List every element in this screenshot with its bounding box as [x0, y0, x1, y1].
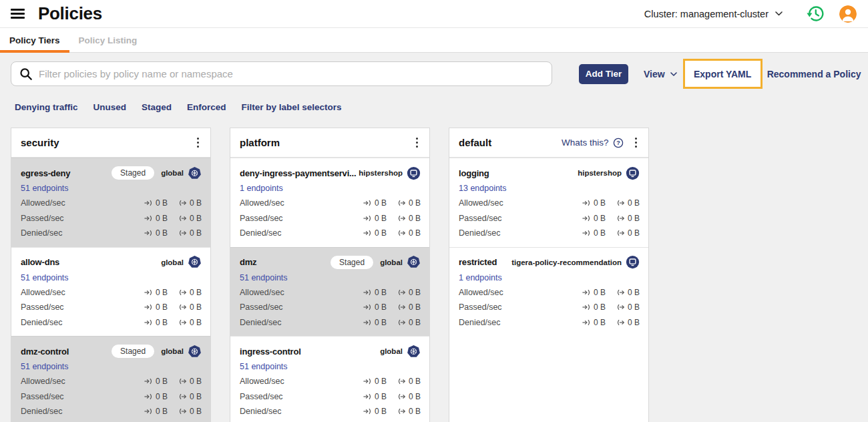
content: Add Tier View Export YAML Recommend a Po… — [0, 59, 868, 422]
policy-card[interactable]: egress-denyStagedglobal51 endpointsAllow… — [11, 158, 210, 247]
endpoints-link[interactable]: 51 endpoints — [21, 184, 202, 196]
egress-metric: 0 B — [397, 318, 421, 327]
tier-column-platform: platformdeny-ingress-paymentservi...hips… — [230, 128, 430, 422]
policy-name: egress-deny — [21, 168, 112, 178]
endpoints-link[interactable]: 51 endpoints — [240, 362, 421, 374]
policy-card-meta: hipstershop — [578, 166, 640, 180]
egress-value: 0 B — [190, 407, 202, 416]
quick-filter-denying-traffic[interactable]: Denying traffic — [15, 102, 78, 112]
policy-card[interactable]: allow-dnsglobal51 endpointsAllowed/sec0 … — [11, 247, 210, 337]
policy-card[interactable]: deny-ingress-paymentservi...hipstershop1… — [230, 158, 429, 247]
tier-menu-kebab-icon[interactable] — [414, 136, 420, 150]
tab-policy-tiers-label: Policy Tiers — [9, 35, 60, 45]
global-scope-icon — [188, 255, 202, 269]
egress-arrow-icon — [397, 319, 406, 326]
ingress-value: 0 B — [156, 214, 168, 223]
egress-value: 0 B — [409, 214, 421, 223]
quick-filter-filter-by-label-selectors[interactable]: Filter by label selectors — [242, 102, 342, 112]
policy-card-meta: global — [161, 255, 202, 269]
policy-card-meta: Stagedglobal — [112, 166, 202, 180]
metric-label: Passed/sec — [21, 302, 64, 312]
metric-values: 0 B0 B — [144, 228, 202, 238]
toolbar: Add Tier View Export YAML Recommend a Po… — [0, 59, 868, 89]
policy-card[interactable]: logginghipstershop13 endpointsAllowed/se… — [449, 158, 648, 247]
egress-value: 0 B — [409, 377, 421, 386]
metric-values: 0 B0 B — [363, 392, 421, 401]
tab-policy-listing[interactable]: Policy Listing — [69, 28, 147, 52]
endpoints-link[interactable]: 51 endpoints — [21, 273, 202, 285]
ingress-metric: 0 B — [144, 302, 168, 312]
staged-badge: Staged — [112, 345, 154, 358]
global-scope-icon — [407, 255, 421, 269]
egress-value: 0 B — [409, 228, 421, 238]
egress-value: 0 B — [628, 302, 640, 312]
add-tier-button[interactable]: Add Tier — [579, 64, 628, 84]
egress-value: 0 B — [628, 198, 640, 208]
ingress-metric: 0 B — [144, 392, 168, 401]
ingress-arrow-icon — [144, 393, 153, 400]
whats-this-link[interactable]: Whats this?? — [562, 138, 624, 148]
tier-menu-kebab-icon[interactable] — [633, 136, 639, 150]
metric-values: 0 B0 B — [144, 288, 202, 297]
ingress-value: 0 B — [375, 214, 387, 223]
metric-row-denied-sec: Denied/sec0 B0 B — [21, 226, 202, 241]
policy-card[interactable]: ingress-controlglobal51 endpointsAllowed… — [230, 336, 429, 422]
quick-filter-unused[interactable]: Unused — [93, 102, 127, 112]
metric-label: Passed/sec — [21, 214, 64, 223]
endpoints-link[interactable]: 1 endpoints — [459, 273, 640, 285]
ingress-arrow-icon — [363, 289, 372, 296]
metric-row-passed-sec: Passed/sec0 B0 B — [240, 389, 421, 405]
question-circle-icon: ? — [613, 138, 624, 148]
policy-card[interactable]: restrictedtigera-policy-recommendation1 … — [449, 247, 648, 337]
ingress-metric: 0 B — [363, 198, 387, 208]
ingress-arrow-icon — [144, 378, 153, 385]
metric-row-allowed-sec: Allowed/sec0 B0 B — [459, 285, 640, 300]
egress-metric: 0 B — [616, 214, 640, 223]
metric-row-denied-sec: Denied/sec0 B0 B — [240, 226, 421, 241]
ingress-value: 0 B — [375, 377, 387, 386]
policy-name: allow-dns — [21, 257, 161, 267]
egress-arrow-icon — [616, 230, 625, 236]
egress-arrow-icon — [397, 289, 406, 296]
quick-filter-staged[interactable]: Staged — [142, 102, 172, 112]
export-yaml-button[interactable]: Export YAML — [683, 59, 763, 89]
endpoints-link[interactable]: 1 endpoints — [240, 184, 421, 196]
history-icon[interactable] — [807, 5, 825, 23]
endpoints-link[interactable]: 13 endpoints — [459, 184, 640, 196]
hamburger-menu-icon[interactable] — [11, 9, 25, 19]
ingress-arrow-icon — [144, 230, 153, 236]
egress-value: 0 B — [409, 392, 421, 401]
metric-row-allowed-sec: Allowed/sec0 B0 B — [459, 196, 640, 211]
tier-menu-kebab-icon[interactable] — [195, 136, 201, 150]
endpoints-link[interactable]: 51 endpoints — [240, 273, 421, 285]
tier-name: default — [459, 137, 562, 148]
policy-card[interactable]: dmz-controlStagedglobal51 endpointsAllow… — [11, 336, 210, 422]
metric-values: 0 B0 B — [582, 318, 640, 327]
ingress-arrow-icon — [144, 289, 153, 296]
cluster-selector[interactable]: Cluster: management-cluster — [644, 9, 783, 19]
namespace-scope-icon — [626, 166, 640, 180]
export-yaml-label: Export YAML — [694, 69, 751, 79]
search-input[interactable] — [39, 68, 544, 79]
metric-label: Allowed/sec — [240, 198, 284, 208]
global-scope-icon — [407, 345, 421, 359]
recommend-policy-button[interactable]: Recommend a Policy — [767, 69, 861, 79]
ingress-arrow-icon — [582, 319, 591, 326]
policy-scope-label: global — [161, 347, 184, 355]
egress-metric: 0 B — [178, 318, 202, 327]
policy-card-top: allow-dnsglobal — [21, 254, 202, 270]
policy-card-top: dmzStagedglobal — [240, 254, 421, 270]
metric-values: 0 B0 B — [363, 198, 421, 208]
policy-card[interactable]: dmzStagedglobal51 endpointsAllowed/sec0 … — [230, 247, 429, 337]
quick-filter-enforced[interactable]: Enforced — [187, 102, 226, 112]
egress-metric: 0 B — [178, 228, 202, 238]
ingress-metric: 0 B — [582, 288, 606, 297]
egress-arrow-icon — [178, 230, 187, 236]
tab-bar: Policy Tiers Policy Listing — [0, 27, 868, 53]
ingress-arrow-icon — [582, 215, 591, 222]
tab-policy-tiers[interactable]: Policy Tiers — [0, 28, 69, 52]
avatar[interactable] — [839, 5, 857, 23]
endpoints-link[interactable]: 51 endpoints — [21, 362, 202, 374]
view-dropdown[interactable]: View — [644, 69, 677, 79]
metric-row-allowed-sec: Allowed/sec0 B0 B — [240, 196, 421, 211]
